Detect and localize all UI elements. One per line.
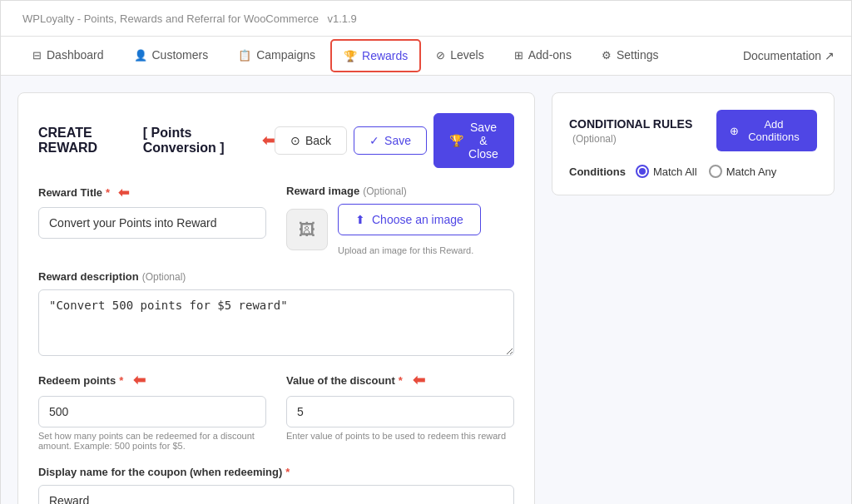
discount-annotation-arrow: ⬅: [413, 371, 425, 389]
tab-levels[interactable]: ⊘ Levels: [421, 37, 498, 75]
back-icon: ⊙: [290, 134, 300, 147]
save-icon: ✓: [369, 134, 379, 147]
nav-tabs: ⊟ Dashboard 👤 Customers 📋 Campaigns 🏆 Re…: [1, 37, 851, 76]
match-any-option[interactable]: Match Any: [709, 165, 777, 178]
add-conditions-button[interactable]: ⊕ Add Conditions: [716, 110, 817, 151]
choose-image-button[interactable]: ⬆ Choose an image: [338, 204, 481, 235]
tab-settings[interactable]: ⚙ Settings: [587, 37, 674, 75]
rules-panel: CONDITIONAL RULES (Optional) ⊕ Add Condi…: [552, 92, 835, 195]
top-bar: WPLoyalty - Points, Rewards and Referral…: [1, 1, 851, 37]
discount-group: Value of the discount * ⬅ Enter value of…: [286, 371, 514, 451]
description-textarea[interactable]: "Convert 500 points for $5 reward": [38, 289, 514, 356]
tab-customers-label: Customers: [152, 48, 209, 62]
reward-image-group: Reward image (Optional) 🖼 ⬆ Choose an im…: [286, 185, 514, 255]
rewards-icon: 🏆: [344, 50, 357, 62]
image-upload-area: 🖼 ⬆ Choose an image Upload an image for …: [286, 204, 514, 255]
discount-input[interactable]: [286, 396, 514, 427]
levels-icon: ⊘: [436, 49, 445, 62]
reward-image-label: Reward image (Optional): [286, 185, 514, 197]
reward-title-label: Reward Title * ⬅: [38, 185, 266, 200]
title-image-row: Reward Title * ⬅ Reward image (Optional)…: [38, 185, 514, 255]
tab-campaigns[interactable]: 📋 Campaigns: [223, 37, 330, 75]
upload-hint: Upload an image for this Reward.: [338, 245, 481, 255]
back-button[interactable]: ⊙ Back: [275, 126, 347, 155]
match-any-radio[interactable]: [709, 165, 722, 178]
page-title: CREATE REWARD: [38, 126, 136, 156]
title-annotation-arrow: ⬅: [118, 185, 129, 200]
discount-hint: Enter value of points to be used to rede…: [286, 431, 514, 441]
reward-title-group: Reward Title * ⬅: [38, 185, 266, 255]
tab-addons[interactable]: ⊞ Add-ons: [499, 37, 587, 75]
dashboard-icon: ⊟: [32, 49, 42, 62]
save-button[interactable]: ✓ Save: [354, 126, 427, 155]
tab-rewards[interactable]: 🏆 Rewards: [330, 39, 421, 72]
redeem-points-group: Redeem points * ⬅ Set how many points ca…: [38, 371, 266, 451]
app-version: v1.1.9: [327, 12, 356, 25]
tab-customers[interactable]: 👤 Customers: [119, 37, 224, 75]
app-title: WPLoyalty - Points, Rewards and Referral…: [17, 11, 357, 25]
rules-header: CONDITIONAL RULES (Optional) ⊕ Add Condi…: [569, 110, 817, 151]
main-content: CREATE REWARD [ Points Conversion ] ⬅ ⊙ …: [1, 76, 851, 504]
redeem-points-label: Redeem points * ⬅: [38, 371, 266, 389]
image-placeholder-icon: 🖼: [286, 209, 328, 250]
choose-image-label: Choose an image: [372, 213, 463, 226]
tab-addons-label: Add-ons: [528, 48, 572, 62]
addons-icon: ⊞: [514, 49, 523, 62]
nav-right: Documentation ↗: [743, 49, 835, 62]
redeem-points-input[interactable]: [38, 396, 266, 427]
form-header: CREATE REWARD [ Points Conversion ] ⬅ ⊙ …: [38, 113, 514, 168]
add-conditions-label: Add Conditions: [744, 118, 804, 143]
match-all-radio[interactable]: [636, 165, 649, 178]
save-close-label: Save & Close: [468, 121, 498, 161]
display-name-label: Display name for the coupon (when redeem…: [38, 466, 514, 478]
display-name-group: Display name for the coupon (when redeem…: [38, 466, 514, 504]
rules-title: CONDITIONAL RULES: [569, 117, 692, 131]
redeem-annotation-arrow: ⬅: [133, 371, 146, 389]
tab-settings-label: Settings: [617, 48, 659, 62]
conditions-row: Conditions Match All Match Any: [569, 165, 817, 178]
upload-icon: ⬆: [355, 213, 365, 226]
customers-icon: 👤: [134, 49, 147, 62]
save-label: Save: [384, 134, 411, 147]
match-any-label: Match Any: [726, 166, 777, 178]
documentation-link[interactable]: Documentation ↗: [743, 49, 835, 62]
add-conditions-icon: ⊕: [730, 125, 739, 137]
match-all-label: Match All: [653, 166, 697, 178]
form-panel: CREATE REWARD [ Points Conversion ] ⬅ ⊙ …: [17, 92, 535, 504]
description-group: Reward description (Optional) "Convert 5…: [38, 270, 514, 356]
page-subtitle: [ Points Conversion ]: [143, 126, 255, 156]
description-label: Reward description (Optional): [38, 270, 514, 283]
required-star: *: [106, 186, 110, 199]
reward-title-input[interactable]: [38, 207, 266, 239]
right-panel: CONDITIONAL RULES (Optional) ⊕ Add Condi…: [552, 92, 835, 504]
image-upload-group: ⬆ Choose an image Upload an image for th…: [338, 204, 481, 255]
redeem-discount-row: Redeem points * ⬅ Set how many points ca…: [38, 371, 514, 451]
app-container: WPLoyalty - Points, Rewards and Referral…: [0, 0, 852, 504]
save-close-button[interactable]: 🏆 Save & Close: [433, 113, 514, 168]
rules-title-group: CONDITIONAL RULES (Optional): [569, 116, 716, 145]
display-name-input[interactable]: [38, 485, 514, 504]
save-close-icon: 🏆: [449, 134, 463, 147]
back-label: Back: [305, 134, 331, 147]
match-all-option[interactable]: Match All: [636, 165, 697, 178]
settings-icon: ⚙: [602, 49, 612, 62]
tab-rewards-label: Rewards: [362, 49, 408, 62]
redeem-hint: Set how many points can be redeemed for …: [38, 431, 266, 451]
form-header-title: CREATE REWARD [ Points Conversion ] ⬅: [38, 126, 275, 156]
tab-dashboard-label: Dashboard: [47, 48, 104, 62]
radio-group: Match All Match Any: [636, 165, 776, 178]
title-arrow: ⬅: [262, 131, 275, 150]
tab-campaigns-label: Campaigns: [256, 48, 315, 62]
header-actions: ⊙ Back ✓ Save 🏆 Save & Close: [275, 113, 514, 168]
campaigns-icon: 📋: [238, 49, 251, 62]
rules-optional: (Optional): [572, 133, 617, 145]
tab-dashboard[interactable]: ⊟ Dashboard: [17, 37, 119, 75]
conditions-label: Conditions: [569, 166, 626, 178]
discount-label: Value of the discount * ⬅: [286, 371, 514, 389]
app-title-text: WPLoyalty - Points, Rewards and Referral…: [22, 12, 319, 25]
tab-levels-label: Levels: [450, 48, 483, 62]
